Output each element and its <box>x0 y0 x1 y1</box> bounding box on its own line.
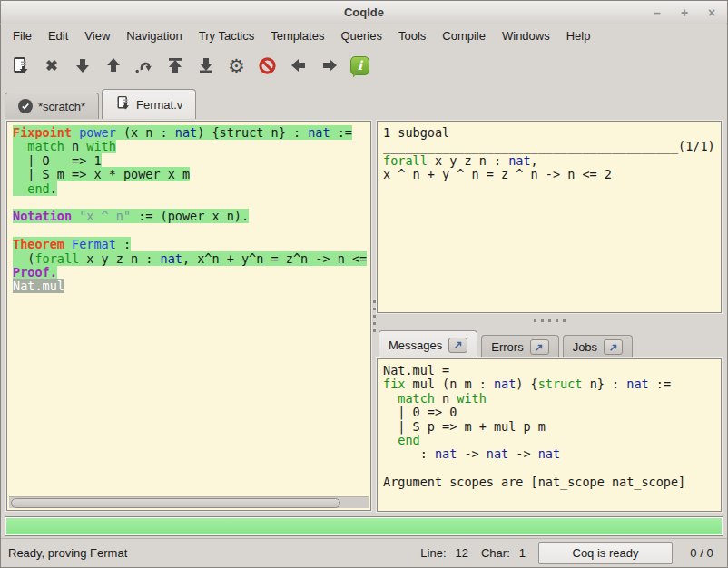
horizontal-scrollbar[interactable] <box>9 496 369 508</box>
tab-label: Fermat.v <box>136 98 182 112</box>
char-value: 1 <box>519 546 526 560</box>
menu-edit[interactable]: Edit <box>40 26 76 45</box>
char-label: Char: <box>481 546 510 560</box>
save-button[interactable] <box>8 52 33 79</box>
forward-one-button[interactable] <box>70 52 94 79</box>
line-label: Line: <box>420 546 446 560</box>
detach-button[interactable] <box>604 339 623 355</box>
messages-view: Nat.mul =fix mul (n m : nat) {struct n} … <box>379 360 720 510</box>
menu-compile[interactable]: Compile <box>434 26 494 45</box>
tab-messages[interactable]: Messages <box>379 330 477 358</box>
status-message: Ready, proving Fermat <box>8 546 127 560</box>
check-circle-icon <box>18 99 33 113</box>
prohibition-icon <box>258 56 277 75</box>
horizontal-splitter[interactable] <box>377 313 722 328</box>
goals-view: 1 subgoal_______________________________… <box>379 122 720 311</box>
tab-label: Messages <box>389 338 442 352</box>
interrupt-button[interactable] <box>255 52 280 79</box>
menu-tools[interactable]: Tools <box>390 26 434 45</box>
close-buffer-button[interactable] <box>39 52 64 79</box>
close-button[interactable]: × <box>705 5 718 20</box>
arrow-to-bottom-icon <box>197 56 215 74</box>
menu-windows[interactable]: Windows <box>494 26 558 45</box>
script-view[interactable]: Fixpoint power (x n : nat) {struct n} : … <box>8 122 369 496</box>
arrow-to-top-icon <box>166 56 184 74</box>
next-button[interactable] <box>317 52 341 79</box>
curved-arrow-icon <box>134 56 153 75</box>
detach-button[interactable] <box>448 338 467 353</box>
menu-bar: File Edit View Navigation Try Tactics Te… <box>1 25 727 46</box>
window-title: CoqIde <box>1 5 727 19</box>
tab-bar: *scratch* Fermat.v <box>5 88 727 119</box>
messages-pane: Nat.mul =fix mul (n m : nat) {struct n} … <box>377 358 722 512</box>
coq-state-indicator: Coq is ready <box>538 542 673 564</box>
counter: 0 / 0 <box>684 546 720 560</box>
menu-navigation[interactable]: Navigation <box>118 26 190 45</box>
message-tab-bar: Messages Errors Jobs <box>379 329 722 358</box>
previous-button[interactable] <box>286 52 310 79</box>
tab-label: Errors <box>491 340 523 354</box>
progress-bar <box>5 516 723 536</box>
tab-scratch[interactable]: *scratch* <box>5 93 99 119</box>
coqide-window: CoqIde – + × File Edit View Navigation T… <box>0 0 728 568</box>
menu-file[interactable]: File <box>5 26 40 45</box>
maximize-button[interactable]: + <box>678 5 691 20</box>
main-area: Fixpoint power (x n : nat) {struct n} : … <box>1 119 727 514</box>
tab-errors[interactable]: Errors <box>481 335 558 358</box>
info-icon: i <box>350 56 369 75</box>
close-x-icon <box>43 56 61 74</box>
tab-label: Jobs <box>573 340 597 354</box>
go-to-cursor-button[interactable] <box>132 52 156 79</box>
status-bar: Ready, proving Fermat Line: 12 Char: 1 C… <box>1 538 727 567</box>
go-to-end-button[interactable] <box>193 52 218 79</box>
line-value: 12 <box>456 546 468 560</box>
menu-view[interactable]: View <box>76 26 118 45</box>
arrow-right-icon <box>320 56 339 74</box>
scrollbar-thumb[interactable] <box>11 498 340 508</box>
preferences-button[interactable]: ⚙ <box>224 52 249 79</box>
gear-icon: ⚙ <box>228 56 245 75</box>
restart-button[interactable] <box>162 52 187 79</box>
menu-try-tactics[interactable]: Try Tactics <box>191 26 262 45</box>
arrow-left-icon <box>290 56 308 74</box>
menu-help[interactable]: Help <box>558 26 599 45</box>
tab-label: *scratch* <box>38 100 85 113</box>
about-button[interactable]: i <box>348 52 372 79</box>
menu-templates[interactable]: Templates <box>262 26 332 45</box>
file-save-icon <box>115 95 131 113</box>
detach-button[interactable] <box>530 339 549 355</box>
arrow-up-icon <box>104 56 123 74</box>
tab-fermat[interactable]: Fermat.v <box>102 89 196 119</box>
tab-jobs[interactable]: Jobs <box>563 335 633 358</box>
arrow-down-icon <box>74 56 92 74</box>
toolbar: ⚙ i <box>1 48 727 83</box>
minimize-button[interactable]: – <box>651 5 664 20</box>
editor-pane[interactable]: Fixpoint power (x n : nat) {struct n} : … <box>6 121 371 511</box>
backward-one-button[interactable] <box>101 52 125 79</box>
menu-queries[interactable]: Queries <box>332 26 390 45</box>
goals-pane: 1 subgoal_______________________________… <box>377 121 722 313</box>
file-save-icon <box>11 56 30 75</box>
progress-fill <box>6 518 722 534</box>
title-bar: CoqIde – + × <box>1 1 727 24</box>
